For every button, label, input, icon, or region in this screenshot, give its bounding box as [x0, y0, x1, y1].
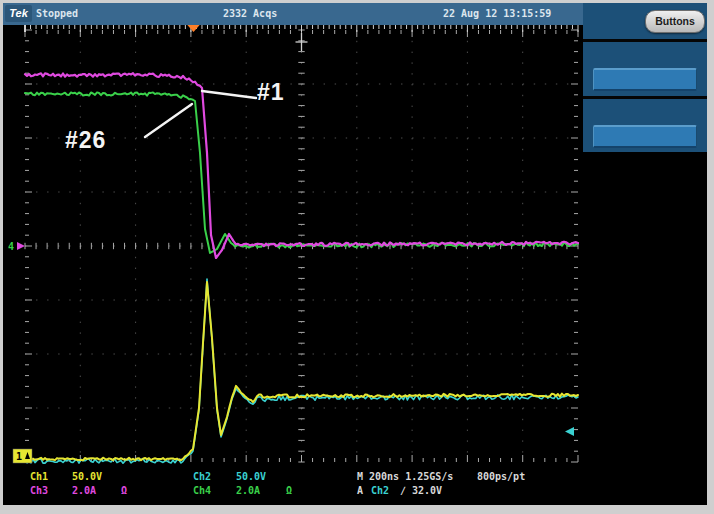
ch4-label: Ch4 [193, 485, 211, 496]
timebase-readout: M 200ns 1.25GS/s [357, 471, 453, 482]
trigger-prefix: A [357, 485, 363, 496]
resolution-readout: 800ps/pt [477, 471, 525, 482]
svg-text:1: 1 [16, 451, 22, 462]
ch1-trace [25, 282, 578, 460]
ch3-ohm-icon: Ω [121, 485, 127, 496]
ch3-ground-marker [17, 242, 25, 250]
buttons-button[interactable]: Buttons [645, 10, 705, 33]
ch3-scale: 2.0A [72, 485, 96, 496]
ch2-label: Ch2 [193, 471, 211, 482]
ch4-ohm-icon: Ω [286, 485, 292, 496]
annotation-callout-line [202, 91, 256, 98]
ch4-scale: 2.0A [236, 485, 260, 496]
sidebar-divider [583, 39, 707, 42]
trigger-level: 32.0V [412, 485, 442, 496]
sidebar-divider [583, 96, 707, 99]
annotation-label-26: #26 [65, 127, 106, 154]
oscilloscope-screen: 41 Tek Stopped 2332 Acqs 22 Aug 12 13:15… [3, 3, 707, 505]
annotation-label-1: #1 [257, 79, 285, 106]
screenshot-frame: 41 Tek Stopped 2332 Acqs 22 Aug 12 13:15… [0, 0, 714, 514]
datetime-display: 22 Aug 12 13:15:59 [443, 8, 551, 19]
ch2-trace [25, 279, 578, 463]
ch3-trace [25, 73, 578, 258]
trigger-source: Ch2 [371, 485, 389, 496]
tek-logo: Tek [5, 5, 32, 22]
menu-button-2[interactable] [593, 125, 697, 148]
trigger-level-arrow-icon [565, 427, 574, 436]
acquisition-count: 2332 Acqs [223, 8, 277, 19]
trigger-slope-icon: ∕ [400, 485, 406, 496]
ch1-label: Ch1 [30, 471, 48, 482]
ch3-label: Ch3 [30, 485, 48, 496]
menu-button-1[interactable] [593, 68, 697, 91]
acquisition-status: Stopped [36, 8, 78, 19]
ch4-ground-marker: 4 [8, 241, 14, 252]
ch1-scale: 50.0V [72, 471, 102, 482]
ch2-scale: 50.0V [236, 471, 266, 482]
annotation-callout-line [145, 104, 192, 137]
